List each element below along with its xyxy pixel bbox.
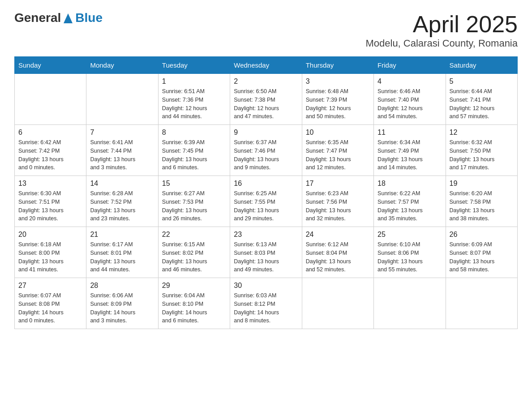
day-number: 8 — [162, 128, 226, 137]
day-number: 15 — [162, 180, 226, 188]
header-wednesday: Wednesday — [230, 57, 302, 74]
day-number: 23 — [234, 231, 298, 239]
day-number: 5 — [450, 77, 514, 86]
calendar-cell: 4Sunrise: 6:46 AM Sunset: 7:40 PM Daylig… — [374, 74, 446, 125]
day-number: 17 — [306, 180, 370, 188]
calendar-cell: 2Sunrise: 6:50 AM Sunset: 7:38 PM Daylig… — [230, 74, 302, 125]
day-info: Sunrise: 6:17 AM Sunset: 8:01 PM Dayligh… — [90, 240, 154, 274]
calendar-header: SundayMondayTuesdayWednesdayThursdayFrid… — [15, 57, 518, 74]
day-info: Sunrise: 6:18 AM Sunset: 8:00 PM Dayligh… — [18, 240, 82, 274]
title-block: April 2025 Modelu, Calarasi County, Roma… — [365, 11, 518, 49]
calendar-cell: 11Sunrise: 6:34 AM Sunset: 7:49 PM Dayli… — [374, 125, 446, 176]
day-info: Sunrise: 6:15 AM Sunset: 8:02 PM Dayligh… — [162, 240, 226, 274]
day-info: Sunrise: 6:25 AM Sunset: 7:55 PM Dayligh… — [234, 189, 298, 223]
calendar-cell: 12Sunrise: 6:32 AM Sunset: 7:50 PM Dayli… — [446, 125, 517, 176]
calendar-cell: 14Sunrise: 6:28 AM Sunset: 7:52 PM Dayli… — [86, 176, 158, 227]
header-monday: Monday — [86, 57, 158, 74]
day-number: 30 — [234, 282, 298, 290]
header-thursday: Thursday — [302, 57, 373, 74]
day-number: 7 — [90, 128, 154, 137]
logo-icon — [64, 13, 73, 25]
week-row-3: 13Sunrise: 6:30 AM Sunset: 7:51 PM Dayli… — [15, 176, 518, 227]
day-info: Sunrise: 6:37 AM Sunset: 7:46 PM Dayligh… — [234, 138, 298, 172]
calendar-cell: 8Sunrise: 6:39 AM Sunset: 7:45 PM Daylig… — [158, 125, 230, 176]
calendar-cell — [302, 278, 373, 329]
week-row-1: 1Sunrise: 6:51 AM Sunset: 7:36 PM Daylig… — [15, 74, 518, 125]
day-info: Sunrise: 6:23 AM Sunset: 7:56 PM Dayligh… — [306, 189, 370, 223]
day-info: Sunrise: 6:20 AM Sunset: 7:58 PM Dayligh… — [450, 189, 514, 223]
day-info: Sunrise: 6:50 AM Sunset: 7:38 PM Dayligh… — [234, 87, 298, 121]
header-row: SundayMondayTuesdayWednesdayThursdayFrid… — [15, 57, 518, 74]
week-row-2: 6Sunrise: 6:42 AM Sunset: 7:42 PM Daylig… — [15, 125, 518, 176]
day-number: 27 — [18, 282, 82, 290]
day-number: 18 — [378, 180, 442, 188]
calendar-cell: 24Sunrise: 6:12 AM Sunset: 8:04 PM Dayli… — [302, 227, 373, 278]
day-info: Sunrise: 6:12 AM Sunset: 8:04 PM Dayligh… — [306, 240, 370, 274]
day-number: 2 — [234, 77, 298, 86]
calendar-cell — [15, 74, 86, 125]
calendar-cell — [446, 278, 517, 329]
day-number: 9 — [234, 128, 298, 137]
day-info: Sunrise: 6:32 AM Sunset: 7:50 PM Dayligh… — [450, 138, 514, 172]
day-info: Sunrise: 6:30 AM Sunset: 7:51 PM Dayligh… — [18, 189, 82, 223]
day-info: Sunrise: 6:10 AM Sunset: 8:06 PM Dayligh… — [378, 240, 442, 274]
calendar-cell: 20Sunrise: 6:18 AM Sunset: 8:00 PM Dayli… — [15, 227, 86, 278]
calendar-cell: 1Sunrise: 6:51 AM Sunset: 7:36 PM Daylig… — [158, 74, 230, 125]
day-info: Sunrise: 6:09 AM Sunset: 8:07 PM Dayligh… — [450, 240, 514, 274]
logo: General Blue — [14, 11, 103, 25]
calendar-cell: 25Sunrise: 6:10 AM Sunset: 8:06 PM Dayli… — [374, 227, 446, 278]
day-number: 3 — [306, 77, 370, 86]
week-row-4: 20Sunrise: 6:18 AM Sunset: 8:00 PM Dayli… — [15, 227, 518, 278]
header-friday: Friday — [374, 57, 446, 74]
header-sunday: Sunday — [15, 57, 86, 74]
day-info: Sunrise: 6:42 AM Sunset: 7:42 PM Dayligh… — [18, 138, 82, 172]
day-info: Sunrise: 6:34 AM Sunset: 7:49 PM Dayligh… — [378, 138, 442, 172]
day-number: 28 — [90, 282, 154, 290]
day-info: Sunrise: 6:03 AM Sunset: 8:12 PM Dayligh… — [234, 291, 298, 325]
day-number: 24 — [306, 231, 370, 239]
day-info: Sunrise: 6:48 AM Sunset: 7:39 PM Dayligh… — [306, 87, 370, 121]
calendar-cell: 16Sunrise: 6:25 AM Sunset: 7:55 PM Dayli… — [230, 176, 302, 227]
day-info: Sunrise: 6:46 AM Sunset: 7:40 PM Dayligh… — [378, 87, 442, 121]
day-number: 13 — [18, 180, 82, 188]
day-number: 14 — [90, 180, 154, 188]
calendar-cell: 5Sunrise: 6:44 AM Sunset: 7:41 PM Daylig… — [446, 74, 517, 125]
day-number: 25 — [378, 231, 442, 239]
day-number: 1 — [162, 77, 226, 86]
day-info: Sunrise: 6:44 AM Sunset: 7:41 PM Dayligh… — [450, 87, 514, 121]
calendar-body: 1Sunrise: 6:51 AM Sunset: 7:36 PM Daylig… — [15, 74, 518, 329]
calendar-cell: 9Sunrise: 6:37 AM Sunset: 7:46 PM Daylig… — [230, 125, 302, 176]
day-info: Sunrise: 6:51 AM Sunset: 7:36 PM Dayligh… — [162, 87, 226, 121]
day-number: 4 — [378, 77, 442, 86]
calendar-cell: 10Sunrise: 6:35 AM Sunset: 7:47 PM Dayli… — [302, 125, 373, 176]
day-info: Sunrise: 6:06 AM Sunset: 8:09 PM Dayligh… — [90, 291, 154, 325]
day-info: Sunrise: 6:04 AM Sunset: 8:10 PM Dayligh… — [162, 291, 226, 325]
calendar-cell: 26Sunrise: 6:09 AM Sunset: 8:07 PM Dayli… — [446, 227, 517, 278]
day-number: 29 — [162, 282, 226, 290]
day-number: 19 — [450, 180, 514, 188]
day-info: Sunrise: 6:27 AM Sunset: 7:53 PM Dayligh… — [162, 189, 226, 223]
day-number: 26 — [450, 231, 514, 239]
logo-general-text: General — [14, 11, 61, 25]
calendar-cell: 29Sunrise: 6:04 AM Sunset: 8:10 PM Dayli… — [158, 278, 230, 329]
day-number: 22 — [162, 231, 226, 239]
day-info: Sunrise: 6:13 AM Sunset: 8:03 PM Dayligh… — [234, 240, 298, 274]
header-saturday: Saturday — [446, 57, 517, 74]
calendar-cell: 22Sunrise: 6:15 AM Sunset: 8:02 PM Dayli… — [158, 227, 230, 278]
day-info: Sunrise: 6:07 AM Sunset: 8:08 PM Dayligh… — [18, 291, 82, 325]
calendar-cell: 28Sunrise: 6:06 AM Sunset: 8:09 PM Dayli… — [86, 278, 158, 329]
logo-blue-text: Blue — [75, 11, 103, 25]
day-number: 21 — [90, 231, 154, 239]
page-title: April 2025 — [365, 11, 518, 38]
day-number: 12 — [450, 128, 514, 137]
calendar-cell: 19Sunrise: 6:20 AM Sunset: 7:58 PM Dayli… — [446, 176, 517, 227]
day-info: Sunrise: 6:41 AM Sunset: 7:44 PM Dayligh… — [90, 138, 154, 172]
day-number: 16 — [234, 180, 298, 188]
header-tuesday: Tuesday — [158, 57, 230, 74]
calendar-cell: 7Sunrise: 6:41 AM Sunset: 7:44 PM Daylig… — [86, 125, 158, 176]
day-number: 6 — [18, 128, 82, 137]
calendar-cell: 6Sunrise: 6:42 AM Sunset: 7:42 PM Daylig… — [15, 125, 86, 176]
calendar-cell: 30Sunrise: 6:03 AM Sunset: 8:12 PM Dayli… — [230, 278, 302, 329]
day-info: Sunrise: 6:35 AM Sunset: 7:47 PM Dayligh… — [306, 138, 370, 172]
calendar-cell: 18Sunrise: 6:22 AM Sunset: 7:57 PM Dayli… — [374, 176, 446, 227]
